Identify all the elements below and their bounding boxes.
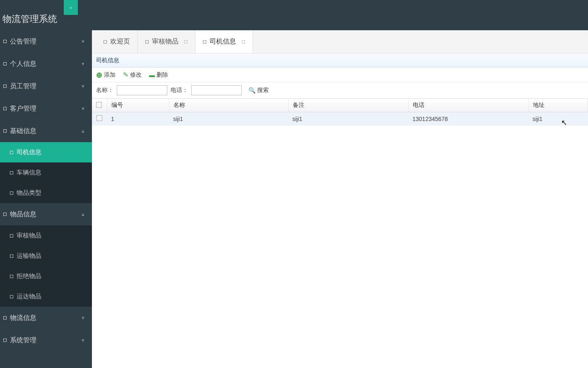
minus-icon: ▬ xyxy=(149,72,155,78)
button-label: 修改 xyxy=(130,71,142,79)
cell-phone: 13012345678 xyxy=(408,112,528,126)
column-header-address[interactable]: 地址 xyxy=(528,99,588,112)
sidebar-subitem-driver[interactable]: 司机信息 xyxy=(0,142,92,162)
chevron-up-icon: ▲ xyxy=(81,212,85,217)
chevron-down-icon: ▼ xyxy=(81,39,85,44)
menu-marker-icon xyxy=(3,316,7,320)
menu-marker-icon xyxy=(10,171,13,174)
menu-icon: ▫ xyxy=(70,4,72,11)
chevron-down-icon: ▼ xyxy=(81,61,85,66)
sidebar-item-label: 运达物品 xyxy=(17,293,41,300)
cell-id: 1 xyxy=(107,112,169,126)
sidebar-item-label: 系统管理 xyxy=(10,336,36,345)
name-label: 名称： xyxy=(96,87,113,94)
table-header-row: 编号 名称 备注 电话 地址 xyxy=(92,99,588,112)
sidebar-item-customers[interactable]: 客户管理 ▼ xyxy=(0,97,92,120)
menu-marker-icon xyxy=(10,295,13,298)
column-header-phone[interactable]: 电话 xyxy=(408,99,528,112)
checkbox-icon xyxy=(96,102,102,108)
sidebar-item-label: 物品信息 xyxy=(10,210,36,219)
search-icon: 🔍 xyxy=(248,87,255,94)
tab-welcome[interactable]: 欢迎页 xyxy=(96,30,138,53)
panel-title: 司机信息 xyxy=(92,53,588,68)
cell-address: siji1 xyxy=(528,112,588,126)
app-title: 物流管理系统 xyxy=(0,5,57,25)
sidebar-item-system[interactable]: 系统管理 ▼ xyxy=(0,329,92,351)
sidebar-item-label: 司机信息 xyxy=(17,148,41,156)
edit-button[interactable]: ✎ 修改 xyxy=(123,71,142,79)
chevron-down-icon: ▼ xyxy=(81,315,85,320)
menu-marker-icon xyxy=(3,62,7,65)
tab-marker-icon xyxy=(203,40,206,44)
name-input[interactable] xyxy=(117,85,167,95)
button-label: 添加 xyxy=(104,71,116,79)
phone-label: 电话： xyxy=(171,87,188,94)
column-header-name[interactable]: 名称 xyxy=(169,99,288,112)
delete-button[interactable]: ▬ 删除 xyxy=(149,71,168,79)
search-button[interactable]: 🔍 搜索 xyxy=(248,87,269,94)
menu-marker-icon xyxy=(3,213,7,216)
menu-marker-icon xyxy=(10,254,13,258)
sidebar-item-label: 个人信息 xyxy=(10,60,36,68)
menu-marker-icon xyxy=(3,85,7,88)
sidebar-subitem-reject[interactable]: 拒绝物品 xyxy=(0,266,92,286)
menu-marker-icon xyxy=(3,129,7,133)
sidebar-item-label: 拒绝物品 xyxy=(17,272,41,280)
sidebar-item-profile[interactable]: 个人信息 ▼ xyxy=(0,53,92,75)
main-content: 欢迎页 审核物品 司机信息 司机信息 ⊕ 添加 ✎ 修改 xyxy=(92,30,588,368)
sidebar-item-goods[interactable]: 物品信息 ▲ xyxy=(0,203,92,225)
menu-marker-icon xyxy=(3,107,7,110)
select-all-header[interactable] xyxy=(92,99,107,112)
menu-marker-icon xyxy=(10,151,13,154)
app-header: 物流管理系统 ▫ xyxy=(0,0,588,30)
chevron-down-icon: ▼ xyxy=(81,106,85,111)
button-label: 删除 xyxy=(157,71,168,79)
sidebar-item-announcements[interactable]: 公告管理 ▼ xyxy=(0,30,92,53)
close-icon[interactable] xyxy=(184,40,188,44)
tab-label: 欢迎页 xyxy=(110,37,130,46)
cell-name: siji1 xyxy=(169,112,288,126)
tab-marker-icon xyxy=(145,40,149,44)
sidebar-subitem-transport[interactable]: 运输物品 xyxy=(0,246,92,266)
chevron-up-icon: ▲ xyxy=(81,128,85,133)
menu-marker-icon xyxy=(10,275,13,278)
sidebar-item-label: 审核物品 xyxy=(17,232,41,240)
sidebar-subitem-vehicle[interactable]: 车辆信息 xyxy=(0,162,92,183)
sidebar-item-baseinfo[interactable]: 基础信息 ▲ xyxy=(0,120,92,142)
sidebar-subitem-review[interactable]: 审核物品 xyxy=(0,225,92,246)
chevron-down-icon: ▼ xyxy=(81,84,85,89)
menu-marker-icon xyxy=(3,339,7,342)
sidebar-item-logistics[interactable]: 物流信息 ▼ xyxy=(0,307,92,329)
tab-label: 司机信息 xyxy=(210,37,236,46)
menu-marker-icon xyxy=(10,191,13,195)
sidebar-item-label: 客户管理 xyxy=(10,104,36,113)
sidebar-subitem-goodstype[interactable]: 物品类型 xyxy=(0,183,92,203)
cell-note: siji1 xyxy=(288,112,408,126)
driver-table: 编号 名称 备注 电话 地址 1 siji1 siji1 13012345678… xyxy=(92,98,588,126)
menu-marker-icon xyxy=(3,40,7,43)
checkbox-icon xyxy=(96,115,102,121)
sidebar-item-label: 车辆信息 xyxy=(17,169,41,177)
close-icon[interactable] xyxy=(242,40,245,44)
tab-marker-icon xyxy=(104,40,107,44)
button-label: 搜索 xyxy=(257,87,269,94)
tab-label: 审核物品 xyxy=(152,37,178,46)
sidebar-item-label: 运输物品 xyxy=(17,252,41,260)
menu-marker-icon xyxy=(10,234,13,237)
row-checkbox-cell[interactable] xyxy=(92,112,107,126)
add-button[interactable]: ⊕ 添加 xyxy=(96,70,116,80)
phone-input[interactable] xyxy=(191,85,242,95)
sidebar-item-label: 员工管理 xyxy=(10,82,36,91)
toolbar: ⊕ 添加 ✎ 修改 ▬ 删除 xyxy=(92,68,588,82)
chevron-down-icon: ▼ xyxy=(81,338,85,343)
tab-review-goods[interactable]: 审核物品 xyxy=(138,30,195,53)
sidebar-toggle-button[interactable]: ▫ xyxy=(64,0,78,15)
column-header-note[interactable]: 备注 xyxy=(288,99,408,112)
sidebar-item-staff[interactable]: 员工管理 ▼ xyxy=(0,75,92,97)
sidebar-subitem-delivered[interactable]: 运达物品 xyxy=(0,286,92,307)
tab-driver-info[interactable]: 司机信息 xyxy=(195,30,253,53)
sidebar-item-label: 物品类型 xyxy=(17,189,41,197)
column-header-id[interactable]: 编号 xyxy=(107,99,169,112)
table-row[interactable]: 1 siji1 siji1 13012345678 siji1 xyxy=(92,112,588,126)
sidebar-item-label: 公告管理 xyxy=(10,37,36,46)
